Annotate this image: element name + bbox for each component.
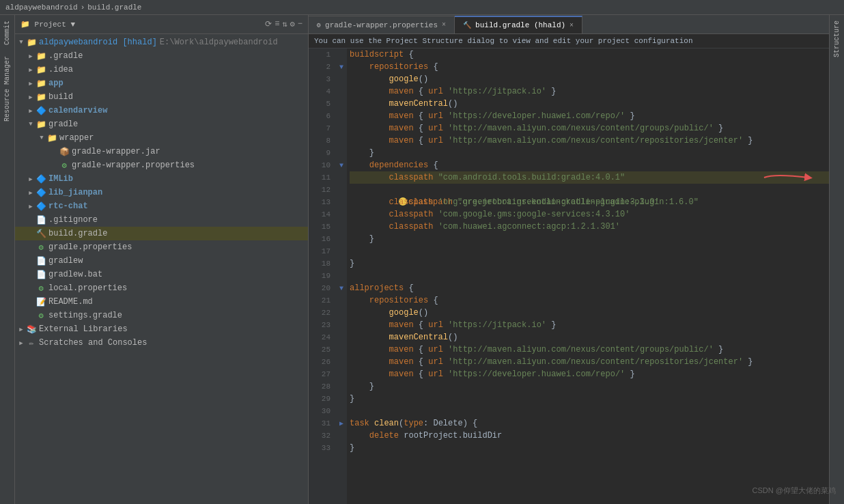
gradle-icon: 🔨 [36, 228, 46, 239]
root-arrow: ▼ [16, 38, 26, 47]
root-label: aldpaywebandroid [hhald] [39, 38, 157, 47]
tab-close-btn[interactable]: × [442, 21, 446, 29]
code-line-11: classpath "com.android.tools.build:gradl… [350, 171, 829, 184]
tree-gradlew[interactable]: ▶ 📄 gradlew [15, 254, 308, 268]
tree-idea[interactable]: ▶ 📁 .idea [15, 63, 308, 76]
tree-calendarview[interactable]: ▶ 🔷 calendarview [15, 104, 308, 117]
tree-build[interactable]: ▶ 📁 build [15, 90, 308, 104]
tree-libjianpan[interactable]: ▶ 🔷 lib_jianpan [15, 186, 308, 199]
tree-rtcchat[interactable]: ▶ 🔷 rtc-chat [15, 199, 308, 213]
code-line-8: maven { url 'http://maven.aliyun.com/nex… [350, 135, 829, 147]
gutter-item [336, 393, 347, 405]
tree-readme[interactable]: ▶ 📝 README.md [15, 295, 308, 309]
code-line-20: allprojects { [350, 282, 829, 294]
line-num: 26 [322, 356, 330, 368]
tree-build-gradle[interactable]: ▶ 🔨 build.gradle [15, 227, 308, 240]
tree-settings-gradle[interactable]: ▶ ⚙ settings.gradle [15, 309, 308, 322]
sidebar-label-resource-manager[interactable]: Resource Manager [2, 51, 12, 127]
item-label: calendarview [48, 106, 107, 115]
md-icon: 📝 [36, 296, 46, 307]
line-num: 25 [322, 344, 330, 356]
ext-lib-icon: 📚 [26, 324, 37, 335]
tree-imlib[interactable]: ▶ 🔷 IMLib [15, 172, 308, 186]
file-tree: ▼ 📁 aldpaywebandroid [hhald] E:\Work\ald… [15, 34, 308, 504]
tree-external-libs[interactable]: ▶ 📚 External Libraries [15, 322, 308, 336]
code-line-17 [350, 245, 829, 257]
gutter-item [336, 171, 347, 184]
tab-gradle-wrapper[interactable]: ⚙ gradle-wrapper.properties × [309, 16, 455, 33]
tree-local-props[interactable]: ▶ ⚙ local.properties [15, 281, 308, 295]
line-num: 24 [322, 331, 330, 344]
expand-icon[interactable]: ⇅ [282, 19, 287, 29]
item-label: gradle.properties [48, 242, 132, 252]
arrow: ▶ [16, 338, 26, 348]
code-line-12: classpath "org.jetbrains.kotlin:kotlin-g… [350, 184, 829, 196]
props-icon: ⚙ [59, 160, 70, 171]
git-icon: 📄 [36, 214, 46, 225]
module-icon: 🔷 [36, 201, 46, 212]
code-line-14: classpath 'com.google.gms:google-service… [350, 208, 829, 221]
item-label: .idea [48, 65, 73, 74]
tab-build-gradle[interactable]: 🔨 build.gradle (hhald) × [455, 16, 582, 33]
tree-scratches[interactable]: ▶ ✏ Scratches and Consoles [15, 336, 308, 350]
gutter-item [336, 356, 347, 368]
line-num: 28 [322, 380, 330, 393]
code-line-18: } [350, 257, 829, 270]
minimize-icon[interactable]: − [298, 19, 303, 29]
tree-root[interactable]: ▼ 📁 aldpaywebandroid [hhald] E:\Work\ald… [15, 36, 308, 49]
gutter-item [336, 73, 347, 85]
item-label: gradle [48, 120, 78, 129]
sidebar-label-structure[interactable]: Structure [832, 15, 842, 63]
title-bar: aldpaywebandroid › build.gradle [0, 0, 844, 15]
line-num: 2 [326, 61, 330, 73]
tree-wrapper-jar[interactable]: ▶ 📦 gradle-wrapper.jar [15, 145, 308, 158]
gutter-item [336, 98, 347, 110]
line-num: 29 [322, 393, 330, 405]
tree-gradlew-bat[interactable]: ▶ 📄 gradlew.bat [15, 268, 308, 281]
line-num: 8 [326, 135, 330, 147]
gutter-item [336, 257, 347, 270]
title-sep: › [81, 3, 85, 12]
code-line-5: mavenCentral() [350, 98, 829, 110]
code-line-33: } [350, 442, 829, 454]
tree-gradle-dot[interactable]: ▶ 📁 .gradle [15, 49, 308, 63]
line-num: 27 [322, 368, 330, 380]
settings-gradle-icon: ⚙ [36, 310, 46, 321]
tree-app[interactable]: ▶ 📁 app [15, 76, 308, 90]
tree-wrapper-props[interactable]: ▶ ⚙ gradle-wrapper.properties [15, 158, 308, 172]
item-label: wrapper [59, 133, 94, 143]
item-label: lib_jianpan [48, 188, 102, 197]
sync-icon[interactable]: ⟳ [265, 19, 272, 29]
tree-gitignore[interactable]: ▶ 📄 .gitignore [15, 213, 308, 227]
tree-gradle-props[interactable]: ▶ ⚙ gradle.properties [15, 240, 308, 254]
arrow: ▼ [26, 120, 36, 129]
line-num: 31 [322, 417, 330, 430]
line-num: 23 [322, 319, 330, 331]
item-label: rtc-chat [48, 201, 88, 211]
gutter-item [336, 233, 347, 245]
sidebar-label-commit[interactable]: Commit [2, 15, 12, 51]
item-label: Scratches and Consoles [39, 338, 147, 348]
code-line-32: delete rootProject.buildDir [350, 430, 829, 442]
arrow: ▶ [26, 201, 36, 211]
line-num: 10 [322, 159, 330, 171]
module-icon: 🔷 [36, 173, 46, 184]
jar-icon: 📦 [59, 146, 70, 157]
gear-icon[interactable]: ⚙ [290, 19, 295, 29]
item-label: gradle-wrapper.jar [72, 147, 160, 156]
editor-area: ⚙ gradle-wrapper.properties × 🔨 build.gr… [309, 15, 829, 504]
gutter-item [336, 405, 347, 417]
line-num: 13 [322, 196, 330, 208]
tree-wrapper[interactable]: ▼ 📁 wrapper [15, 131, 308, 145]
tree-gradle[interactable]: ▼ 📁 gradle [15, 117, 308, 131]
project-panel: 📁 Project ▼ ⟳ ≡ ⇅ ⚙ − ▼ 📁 aldpaywebandro… [15, 15, 309, 504]
code-line-29: } [350, 393, 829, 405]
code-content[interactable]: buildscript { repositories { google() ma… [347, 48, 829, 504]
gutter-item [336, 442, 347, 454]
tab-close-btn[interactable]: × [569, 22, 574, 29]
gutter-item [336, 208, 347, 221]
code-line-26: maven { url 'http://maven.aliyun.com/nex… [350, 356, 829, 368]
scratches-icon: ✏ [26, 337, 37, 348]
list-icon[interactable]: ≡ [275, 19, 279, 29]
left-sidebar: Commit Resource Manager [0, 15, 15, 504]
